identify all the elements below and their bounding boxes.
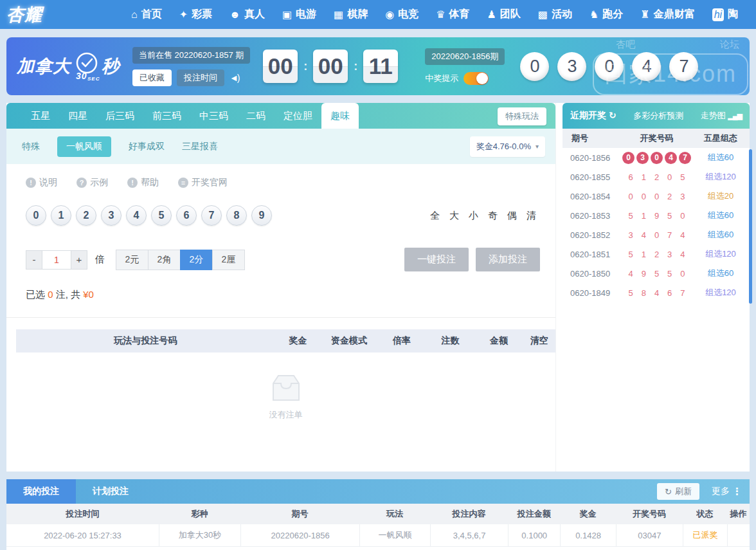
unit-yuan[interactable]: 2元 (116, 250, 148, 270)
esports-icon: ◉ (385, 8, 394, 21)
results-table-header: 期号 开奖号码 五星组态 (562, 129, 750, 148)
speaker-icon[interactable]: ◄) (230, 73, 239, 83)
nav-activity[interactable]: ▩活动 (538, 8, 572, 21)
quick-clear[interactable]: 清 (526, 210, 536, 222)
tab-trend-chart[interactable]: 走势图 ▂▄▆ (701, 110, 742, 122)
tab-housanma[interactable]: 后三码 (96, 103, 143, 129)
nav-home[interactable]: ⌂首页 (131, 8, 162, 21)
tab-sixing[interactable]: 四星 (59, 103, 96, 129)
question-icon: ? (76, 178, 87, 188)
quick-bet-button[interactable]: 一键投注 (404, 248, 469, 271)
official-site-link[interactable]: ≡开奖官网 (178, 177, 228, 188)
nav-lottery[interactable]: ✦彩票 (179, 8, 212, 21)
horse-icon: ♞ (590, 8, 598, 21)
result-row: 0620-1853 51950 组选60 (562, 206, 750, 225)
subtab-sanxingbaoxi[interactable]: 三星报喜 (182, 141, 218, 152)
nav-team[interactable]: ♟团队 (487, 8, 520, 21)
pattern-link[interactable]: 组选60 (692, 229, 750, 241)
betting-panel: 五星 四星 后三码 前三码 中三码 二码 定位胆 趣味 特殊玩法 特殊 一帆风顺… (6, 103, 556, 472)
help-link[interactable]: !帮助 (127, 177, 159, 188)
tab-wuxing[interactable]: 五星 (22, 103, 59, 129)
multiplier-plus-button[interactable]: + (71, 250, 87, 270)
tab-my-bets[interactable]: 我的投注 (6, 479, 76, 504)
number-ball-7[interactable]: 7 (201, 205, 222, 226)
selection-summary: 已选 0 注, 共 ¥0 (6, 271, 555, 317)
bonus-dropdown[interactable]: 奖金4.76-0.0% ▾ (470, 136, 545, 157)
pattern-link[interactable]: 组选60 (692, 268, 750, 279)
svg-text:30: 30 (76, 71, 87, 81)
nav-chess[interactable]: ▦棋牌 (334, 8, 368, 21)
unit-fen[interactable]: 2分 (180, 250, 213, 270)
pattern-link[interactable]: 组选20 (692, 190, 750, 202)
nav-esports[interactable]: ◉电竞 (385, 8, 419, 21)
favorited-button[interactable]: 已收藏 (132, 69, 172, 86)
quick-all[interactable]: 全 (430, 210, 440, 222)
number-ball-1[interactable]: 1 (51, 205, 71, 226)
number-ball-0[interactable]: 0 (26, 205, 46, 226)
number-ball-6[interactable]: 6 (176, 205, 197, 226)
win-tip-toggle[interactable] (464, 72, 489, 85)
example-link[interactable]: ?示例 (76, 177, 108, 188)
nav-paofen[interactable]: ♞跑分 (590, 8, 623, 21)
tab-analysis[interactable]: 多彩分析预测 (633, 110, 683, 122)
unit-jiao[interactable]: 2角 (148, 250, 181, 270)
tab-plan-bets[interactable]: 计划投注 (76, 479, 145, 504)
result-ball: 0 (520, 52, 549, 81)
subtab-teshu[interactable]: 特殊 (22, 141, 40, 152)
refresh-button[interactable]: ↻ 刷新 (657, 483, 699, 500)
bet-controls-row: - 1 + 倍 2元 2角 2分 2厘 一键投注 添加投注 (6, 226, 555, 271)
tab-qiansanma[interactable]: 前三码 (143, 103, 190, 129)
sidebar-scrollbar[interactable] (749, 149, 752, 304)
quick-big[interactable]: 大 (449, 210, 459, 222)
multiplier-value[interactable]: 1 (42, 250, 71, 270)
unit-li[interactable]: 2厘 (212, 250, 245, 270)
number-ball-5[interactable]: 5 (151, 205, 172, 226)
pattern-link[interactable]: 组选120 (692, 287, 750, 298)
my-bets-table: 投注时间 彩种 期号 玩法 投注内容 投注金额 奖金 开奖号码 状态 操作 20… (6, 504, 750, 550)
nav-sports[interactable]: ♛体育 (436, 8, 469, 21)
nav-live[interactable]: ☻真人 (230, 8, 265, 21)
number-ball-9[interactable]: 9 (251, 205, 272, 226)
number-ball-4[interactable]: 4 (126, 205, 147, 226)
bet-issue: 20220620-1856 (240, 524, 359, 546)
number-ball-8[interactable]: 8 (226, 205, 247, 226)
multiplier-minus-button[interactable]: - (26, 250, 42, 270)
tab-dingweidan[interactable]: 定位胆 (274, 103, 321, 129)
tab-recent-results[interactable]: 近期开奖 ↻ (570, 110, 616, 122)
bar-chart-icon: ▂▄▆ (728, 112, 742, 120)
bet-record-row: 2022-06-20 15:27:33 加拿大30秒 20220620-1856… (6, 524, 750, 546)
refresh-icon: ↻ (665, 487, 672, 497)
tab-erma[interactable]: 二码 (237, 103, 274, 129)
recent-results-sidebar: 近期开奖 ↻ 多彩分析预测 走势图 ▂▄▆ 期号 开奖号码 五星组态 0620-… (562, 103, 750, 472)
nav-hi[interactable]: hi陶 (712, 8, 738, 21)
add-bet-button[interactable]: 添加投注 (476, 248, 540, 271)
instructions-link[interactable]: !说明 (26, 177, 57, 188)
quick-odd[interactable]: 奇 (488, 210, 498, 222)
more-button[interactable]: 更多 ⋮ (712, 479, 742, 504)
number-ball-3[interactable]: 3 (101, 205, 122, 226)
total-amount: ¥0 (83, 289, 94, 300)
pattern-link[interactable]: 组选120 (692, 248, 750, 260)
lottery-header: 加拿大 30 SEC 秒 当前在售 20220620-1857 期 已收藏 投注… (6, 37, 750, 95)
result-ball: 7 (669, 52, 698, 81)
bet-play: 一帆风顺 (359, 524, 430, 546)
tab-zhongsanma[interactable]: 中三码 (190, 103, 237, 129)
subtab-haoshichengshuang[interactable]: 好事成双 (129, 141, 165, 152)
wealth-icon: ♜ (640, 8, 649, 21)
pattern-link[interactable]: 组选60 (692, 210, 750, 221)
pattern-link[interactable]: 组选60 (692, 152, 750, 163)
result-ball: 0 (595, 52, 624, 81)
number-ball-2[interactable]: 2 (76, 205, 96, 226)
quick-even[interactable]: 偶 (507, 210, 517, 222)
nav-wealth[interactable]: ♜金鼎财富 (640, 8, 694, 21)
bet-time-button[interactable]: 投注时间 (177, 69, 224, 86)
subtab-yifanfengshun[interactable]: 一帆风顺 (57, 136, 111, 157)
nav-egames[interactable]: ▣电游 (282, 8, 316, 21)
special-play-button[interactable]: 特殊玩法 (498, 107, 546, 125)
status-badge: 已派奖 (683, 524, 727, 546)
tab-quwei[interactable]: 趣味 (321, 103, 359, 129)
countdown-timer: 00 : 00 : 11 (263, 50, 398, 83)
my-bets-section: 我的投注 计划投注 ↻ 刷新 更多 ⋮ 投注时间 彩种 期号 玩法 投注内容 投… (6, 479, 750, 550)
quick-small[interactable]: 小 (469, 210, 478, 222)
pattern-link[interactable]: 组选120 (692, 171, 750, 183)
